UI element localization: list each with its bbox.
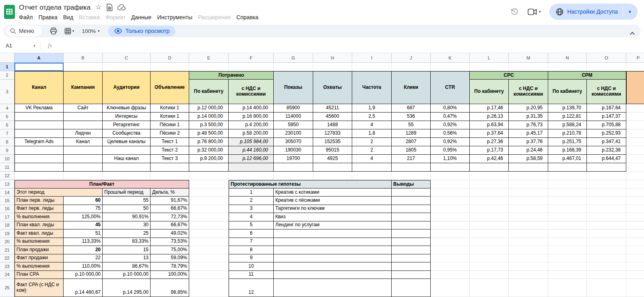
hypothesis-conclusion-row21[interactable]: [392, 246, 431, 254]
cell-O5[interactable]: р.147,37: [587, 113, 626, 121]
row-header-1[interactable]: 1: [0, 63, 14, 71]
cell-H9[interactable]: 95015: [313, 146, 352, 155]
format-grid-caret-icon[interactable]: ▾: [72, 29, 74, 33]
plan-fact-delta-row25[interactable]: 98,85%: [151, 279, 189, 297]
cell-O4[interactable]: р.167,64: [587, 104, 626, 113]
plan-fact-delta-row17[interactable]: 72,73%: [151, 213, 189, 221]
cell-E6[interactable]: р.3 500,00: [189, 121, 229, 129]
hypothesis-conclusion-row18[interactable]: [392, 221, 431, 230]
cell-N14[interactable]: [548, 188, 587, 197]
cell-D9[interactable]: Текст 2: [151, 146, 189, 155]
cell-P19[interactable]: [626, 229, 644, 238]
cell-A9[interactable]: [14, 146, 64, 155]
row-header-14[interactable]: 14: [0, 188, 14, 197]
cell-O1[interactable]: [587, 63, 626, 71]
camera-dropdown-caret-icon[interactable]: ▾: [539, 10, 541, 14]
plan-fact-delta-row23[interactable]: 78,79%: [151, 262, 189, 271]
hypothesis-text-row24[interactable]: [274, 271, 392, 279]
cell-N20[interactable]: [548, 238, 587, 246]
row-header-3[interactable]: 3: [0, 80, 14, 104]
cell-O14[interactable]: [587, 188, 626, 197]
hypothesis-text-row21[interactable]: [274, 246, 392, 254]
cell-N24[interactable]: [548, 271, 587, 279]
plan-fact-previous-row16[interactable]: 50: [103, 205, 151, 213]
header-extra-column[interactable]: [626, 71, 644, 104]
cell-J1[interactable]: [392, 63, 431, 71]
cell-D8[interactable]: Текст 1: [151, 138, 189, 146]
hypothesis-text-row19[interactable]: [274, 229, 392, 238]
cell-O8[interactable]: р.347,41: [587, 138, 626, 146]
cell-A12[interactable]: [14, 172, 64, 180]
share-dropdown-caret-icon[interactable]: ▼: [625, 10, 635, 14]
cell-G9[interactable]: 190030: [274, 146, 313, 155]
cell-L24[interactable]: [470, 271, 509, 279]
cell-H6[interactable]: 1488: [313, 121, 352, 129]
hypothesis-number-row17[interactable]: 4: [229, 213, 274, 221]
cell-M23[interactable]: [509, 262, 548, 271]
row-header-5[interactable]: 5: [0, 113, 14, 121]
row-header-8[interactable]: 8: [0, 138, 14, 146]
format-grid-icon[interactable]: ▾: [61, 28, 78, 35]
cell-O23[interactable]: [587, 262, 626, 271]
cell-K10[interactable]: 1,10%: [431, 155, 470, 163]
plan-fact-label-row19[interactable]: Факт квал. лиды: [14, 229, 64, 238]
cell-M19[interactable]: [509, 229, 548, 238]
plan-fact-delta-row21[interactable]: 75,00%: [151, 246, 189, 254]
column-header-J[interactable]: J: [392, 53, 431, 63]
row-header-13[interactable]: 13: [0, 180, 14, 188]
cell-L9[interactable]: р.17,73: [470, 146, 509, 155]
cell-L6[interactable]: р.63,94: [470, 121, 509, 129]
cell-L16[interactable]: [470, 205, 509, 213]
plan-fact-previous-row18[interactable]: 30: [103, 221, 151, 230]
row-header-22[interactable]: 22: [0, 254, 14, 263]
cell-N6[interactable]: р.588,24: [548, 121, 587, 129]
document-title[interactable]: Отчет отдела трафика: [19, 4, 91, 12]
cell-K25[interactable]: [431, 279, 470, 297]
column-header-P[interactable]: P: [626, 53, 644, 63]
header-spent-group[interactable]: Потрачено: [189, 71, 274, 80]
cell-A11[interactable]: [14, 163, 64, 172]
cell-E14[interactable]: [189, 188, 229, 197]
zoom-caret-icon[interactable]: ▾: [98, 29, 100, 33]
menu-item-tools[interactable]: Инструменты: [154, 13, 195, 21]
cell-B1[interactable]: [64, 63, 103, 71]
column-header-C[interactable]: C: [103, 53, 151, 63]
header-audiences[interactable]: Аудитории: [103, 71, 151, 104]
row-header-23[interactable]: 23: [0, 262, 14, 271]
cell-K16[interactable]: [431, 205, 470, 213]
plan-fact-current-row20[interactable]: 113,33%: [64, 238, 103, 246]
cell-M18[interactable]: [509, 221, 548, 230]
cell-N7[interactable]: р.210,78: [548, 129, 587, 138]
cell-E23[interactable]: [189, 262, 229, 271]
share-button[interactable]: Настройки Доступа ▼: [549, 4, 638, 20]
cell-P23[interactable]: [626, 262, 644, 271]
cell-N5[interactable]: р.122,81: [548, 113, 587, 121]
cell-D11[interactable]: [151, 163, 189, 172]
cell-M22[interactable]: [509, 254, 548, 263]
plan-fact-label-row17[interactable]: % выполнения: [14, 213, 64, 221]
plan-fact-delta-row18[interactable]: 66,67%: [151, 221, 189, 230]
cell-J11[interactable]: [392, 163, 431, 172]
sheets-logo[interactable]: [4, 5, 15, 19]
cell-L13[interactable]: [470, 180, 509, 188]
plan-fact-label-row22[interactable]: Факт продажи: [14, 254, 64, 263]
cell-B8[interactable]: Канал: [64, 138, 103, 146]
cell-G10[interactable]: 19700: [274, 155, 313, 163]
star-icon[interactable]: ☆: [95, 4, 101, 10]
cell-B4[interactable]: Сайт: [64, 104, 103, 113]
row-header-18[interactable]: 18: [0, 221, 14, 230]
cell-C7[interactable]: Сообщества: [103, 129, 151, 138]
column-header-A[interactable]: A: [14, 53, 64, 63]
cell-C11[interactable]: [103, 163, 151, 172]
cell-L11[interactable]: [470, 163, 509, 172]
cell-O20[interactable]: [587, 238, 626, 246]
cell-O10[interactable]: р.644,47: [587, 155, 626, 163]
cell-J7[interactable]: 1289: [392, 129, 431, 138]
row-header-4[interactable]: 4: [0, 104, 14, 113]
cell-D12[interactable]: [151, 172, 189, 180]
cell-P18[interactable]: [626, 221, 644, 230]
cell-F9[interactable]: р.44 160,00: [229, 146, 274, 155]
plan-fact-current-row21[interactable]: 20: [64, 246, 103, 254]
cell-D6[interactable]: Пёсики 1: [151, 121, 189, 129]
cell-I5[interactable]: 2,5: [352, 113, 392, 121]
